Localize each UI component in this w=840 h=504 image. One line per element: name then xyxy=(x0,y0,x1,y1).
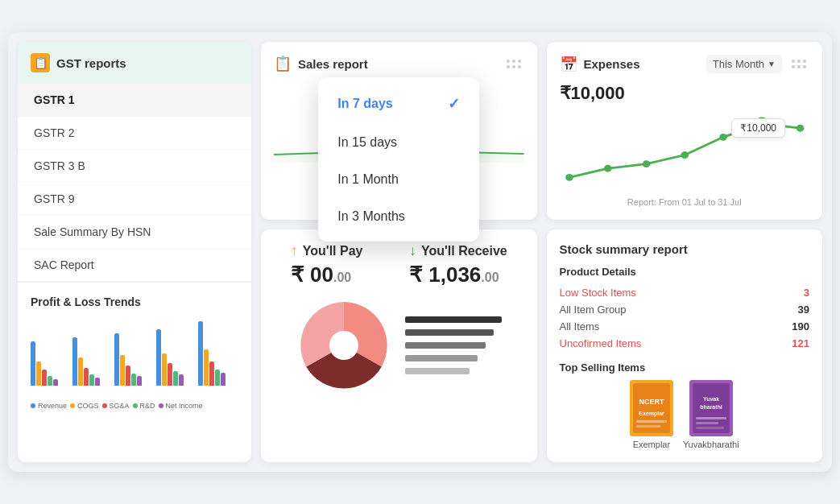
legend-label-net: Net Income xyxy=(166,402,203,410)
dropdown-label-15days: In 15 days xyxy=(337,135,397,150)
bar-revenue-2 xyxy=(72,337,77,386)
bar-revenue-1 xyxy=(31,341,35,386)
receive-label: You'll Receive xyxy=(421,244,507,258)
month-label: This Month xyxy=(713,58,764,70)
dropdown-item-15days[interactable]: In 15 days xyxy=(318,124,479,161)
bar-cogs-3 xyxy=(120,355,125,386)
expenses-icon: 📅 xyxy=(560,56,577,73)
sidebar-item-gstr3b[interactable]: GSTR 3 B xyxy=(18,150,251,183)
arrow-down-icon: ↓ xyxy=(409,242,416,259)
expenses-title: Expenses xyxy=(584,57,640,71)
svg-rect-10 xyxy=(696,417,726,419)
book-cover-svg-1: NCERT Exemplar xyxy=(630,380,673,436)
expense-tooltip: ₹10,000 xyxy=(731,118,785,138)
expense-dot-7 xyxy=(796,125,804,132)
legend-dot-cogs xyxy=(70,403,75,408)
svg-text:Exemplar: Exemplar xyxy=(639,411,664,417)
sidebar-title: GST reports xyxy=(56,56,126,70)
expenses-title-row: 📅 Expenses xyxy=(560,56,640,73)
dot xyxy=(507,60,510,63)
svg-text:Yuvak: Yuvak xyxy=(703,396,719,402)
bar-rd-4 xyxy=(173,371,178,386)
product-details-title: Product Details xyxy=(560,266,810,278)
legend-cogs: COGS xyxy=(70,402,99,410)
stock-row-4: Uncofirmed Items 121 xyxy=(560,335,810,352)
sales-title-row: 📋 Sales report xyxy=(274,55,368,72)
book-cover-2: Yuvak bharathi xyxy=(689,380,733,436)
bar-group-4 xyxy=(156,329,197,386)
pie-chart xyxy=(296,297,392,394)
legend-rd: R&D xyxy=(133,402,155,410)
book-cover-svg-2: Yuvak bharathi xyxy=(689,380,733,436)
expenses-footer: Report: From 01 Jul to 31 Jul xyxy=(560,197,810,207)
expense-dot-4 xyxy=(681,151,689,159)
stock-row-2: All Item Group 39 xyxy=(560,301,810,318)
sidebar-header: 📋 GST reports xyxy=(18,42,251,84)
bar-net-4 xyxy=(179,374,184,386)
line-3 xyxy=(405,342,486,349)
dot xyxy=(518,60,521,63)
dropdown-item-3months[interactable]: In 3 Months xyxy=(318,198,479,235)
expense-dot-5 xyxy=(719,134,727,141)
chevron-down-icon: ▼ xyxy=(768,60,776,68)
dropdown-item-7days[interactable]: In 7 days ✓ xyxy=(318,84,479,124)
dots-menu-sales[interactable] xyxy=(503,56,524,72)
bar-rd-3 xyxy=(131,374,136,386)
legend-dot-sga xyxy=(102,403,107,408)
stock-row-3: All Items 190 xyxy=(560,318,810,335)
stock-label-3: All Items xyxy=(560,320,600,333)
legend-dot-rd xyxy=(133,403,138,408)
pay-amount-value: ₹ 00 xyxy=(291,262,333,287)
expense-tooltip-amount: ₹10,000 xyxy=(740,122,776,134)
sidebar-item-hsn[interactable]: Sale Summary By HSN xyxy=(18,216,251,249)
sidebar-item-gstr9[interactable]: GSTR 9 xyxy=(18,183,251,216)
bar-cogs-1 xyxy=(36,361,41,386)
receive-amount-value: ₹ 1,036 xyxy=(409,262,481,287)
profit-loss-section: Profit & Loss Trends xyxy=(18,282,251,428)
legend-label-cogs: COGS xyxy=(77,402,99,410)
stock-label-2: All Item Group xyxy=(560,304,627,316)
stock-summary-card: Stock summary report Product Details Low… xyxy=(547,229,823,462)
sales-report-card: 📋 Sales report In 7 days ✓ xyxy=(261,42,537,220)
book-label-1: Exemplar xyxy=(633,440,670,449)
dots-row-2 xyxy=(507,65,521,68)
lines-visual xyxy=(405,316,502,374)
sales-title: Sales report xyxy=(298,57,368,71)
pay-decimal: .00 xyxy=(333,271,351,284)
line-5 xyxy=(405,368,470,374)
dropdown-item-1month[interactable]: In 1 Month xyxy=(318,161,479,198)
legend-label-sga: SG&A xyxy=(110,402,130,410)
legend-net: Net Income xyxy=(159,402,203,410)
stock-value-2: 39 xyxy=(798,304,809,316)
sidebar-item-gstr2[interactable]: GSTR 2 xyxy=(18,117,251,150)
line-1 xyxy=(405,316,502,323)
books-row: NCERT Exemplar Exemplar Yuvak bharathi xyxy=(560,380,810,449)
legend-sga: SG&A xyxy=(102,402,130,410)
legend-label-revenue: Revenue xyxy=(38,402,67,410)
month-selector[interactable]: This Month ▼ xyxy=(706,55,782,73)
bar-revenue-3 xyxy=(114,333,119,386)
legend-label-rd: R&D xyxy=(140,402,155,410)
dot xyxy=(797,65,801,68)
svg-rect-12 xyxy=(696,427,724,429)
bar-rd-5 xyxy=(215,370,220,386)
sidebar-item-gstr1[interactable]: GSTR 1 xyxy=(18,84,251,117)
bar-net-1 xyxy=(53,379,58,386)
profit-loss-title: Profit & Loss Trends xyxy=(31,295,238,308)
period-dropdown[interactable]: In 7 days ✓ In 15 days In 1 Month In 3 M… xyxy=(318,77,479,242)
stock-value-1: 3 xyxy=(804,287,809,299)
bar-group-2 xyxy=(72,337,113,386)
sidebar-item-sac[interactable]: SAC Report xyxy=(18,249,251,282)
svg-text:bharathi: bharathi xyxy=(700,404,722,410)
dot xyxy=(792,60,795,63)
dots-menu-expenses[interactable] xyxy=(788,56,809,72)
bar-sga-1 xyxy=(42,370,47,386)
bar-cogs-2 xyxy=(78,357,83,386)
bar-revenue-4 xyxy=(156,329,161,386)
dot xyxy=(803,60,806,63)
receive-amount: ₹ 1,036.00 xyxy=(409,262,499,287)
bar-sga-3 xyxy=(126,366,130,386)
dots-row-1 xyxy=(792,60,806,63)
dot xyxy=(512,65,515,68)
stock-label-4: Uncofirmed Items xyxy=(560,337,642,349)
